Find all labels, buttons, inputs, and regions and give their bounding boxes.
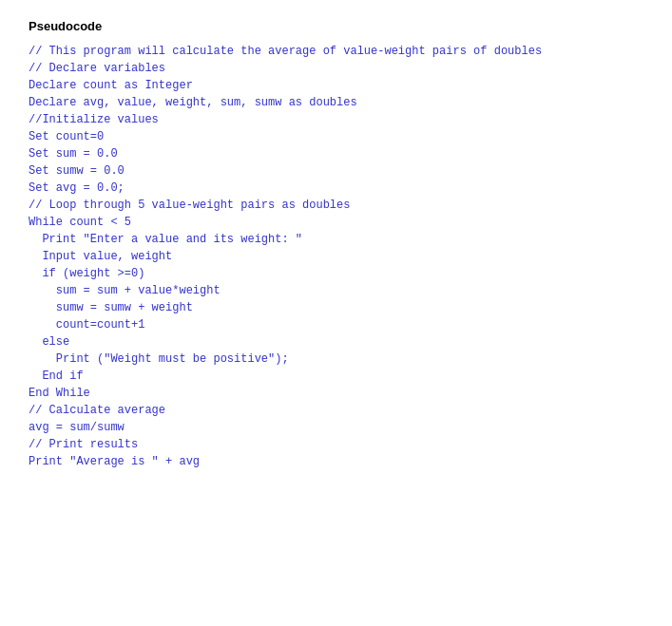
- code-line: // Calculate average: [29, 402, 643, 419]
- code-line: //Initialize values: [29, 111, 643, 128]
- code-line: // Loop through 5 value-weight pairs as …: [29, 197, 643, 214]
- code-line: Declare count as Integer: [29, 77, 643, 94]
- code-line: While count < 5: [29, 214, 643, 231]
- section-title: Pseudocode: [29, 19, 643, 33]
- code-line: if (weight >=0): [29, 265, 643, 282]
- code-line: // Print results: [29, 436, 643, 453]
- code-line: Set sumw = 0.0: [29, 162, 643, 180]
- code-line: Set sum = 0.0: [29, 145, 643, 162]
- code-line: End if: [29, 368, 643, 385]
- code-line: // Declare variables: [29, 60, 643, 77]
- code-line: Set count=0: [29, 128, 643, 145]
- code-line: Print "Enter a value and its weight: ": [29, 231, 643, 248]
- code-line: count=count+1: [29, 316, 643, 333]
- code-line: sum = sum + value*weight: [29, 282, 643, 299]
- code-line: // This program will calculate the avera…: [29, 43, 643, 60]
- code-line: End While: [29, 385, 643, 402]
- code-line: Set avg = 0.0;: [29, 180, 643, 197]
- code-line: sumw = sumw + weight: [29, 299, 643, 316]
- code-block: // This program will calculate the avera…: [29, 43, 643, 470]
- code-line: Declare avg, value, weight, sum, sumw as…: [29, 94, 643, 111]
- code-line: else: [29, 333, 643, 351]
- code-line: Print "Average is " + avg: [29, 453, 643, 470]
- main-container: Pseudocode // This program will calculat…: [0, 0, 672, 626]
- code-line: Print ("Weight must be positive");: [29, 351, 643, 368]
- code-line: avg = sum/sumw: [29, 419, 643, 436]
- code-line: Input value, weight: [29, 248, 643, 265]
